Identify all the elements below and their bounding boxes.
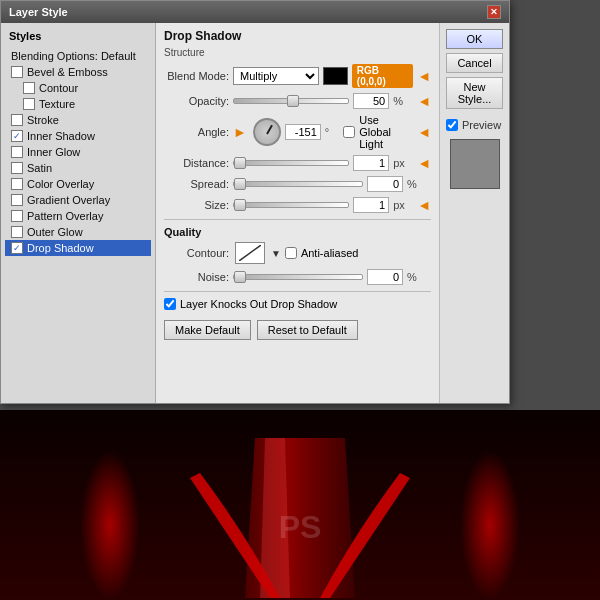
contour-row: Contour: ▼ Anti-aliased [164,242,431,264]
outer-glow-checkbox[interactable] [11,226,23,238]
global-light-checkbox[interactable] [343,126,355,138]
knockout-label: Layer Knocks Out Drop Shadow [180,298,337,310]
contour-checkbox[interactable] [23,82,35,94]
sidebar-item-gradient-overlay[interactable]: Gradient Overlay [5,192,151,208]
satin-checkbox[interactable] [11,162,23,174]
inner-shadow-checkbox[interactable] [11,130,23,142]
sidebar-item-pattern-overlay[interactable]: Pattern Overlay [5,208,151,224]
sidebar-item-label: Outer Glow [27,226,83,238]
sidebar-item-color-overlay[interactable]: Color Overlay [5,176,151,192]
size-slider[interactable] [233,202,349,208]
noise-unit: % [407,271,427,283]
angle-dial[interactable] [253,118,281,146]
color-swatch[interactable] [323,67,348,85]
opacity-row: Opacity: % ◄ [164,93,431,109]
noise-input[interactable] [367,269,403,285]
spread-input[interactable] [367,176,403,192]
global-light-row: Use Global Light [343,114,413,150]
drop-shadow-checkbox[interactable] [11,242,23,254]
opacity-slider[interactable] [233,98,349,104]
make-default-button[interactable]: Make Default [164,320,251,340]
opacity-thumb[interactable] [287,95,299,107]
preview-label-text: Preview [462,119,501,131]
rgb-badge[interactable]: RGB (0,0,0) [352,64,413,88]
blend-mode-select[interactable]: Multiply [233,67,319,85]
sidebar-item-satin[interactable]: Satin [5,160,151,176]
opacity-input[interactable] [353,93,389,109]
arrow-right-size: ◄ [417,197,431,213]
knockout-checkbox[interactable] [164,298,176,310]
background-image-area: PS [0,410,600,600]
contour-dropdown-arrow[interactable]: ▼ [271,248,281,259]
sidebar-item-contour[interactable]: Contour [5,80,151,96]
inner-glow-checkbox[interactable] [11,146,23,158]
sidebar-item-label: Stroke [27,114,59,126]
new-style-button[interactable]: New Style... [446,77,503,109]
anti-aliased-label: Anti-aliased [301,247,358,259]
main-content-panel: Drop Shadow Structure Blend Mode: Multip… [156,23,439,403]
sidebar-item-blending[interactable]: Blending Options: Default [5,48,151,64]
anti-aliased-checkbox[interactable] [285,247,297,259]
spread-unit: % [407,178,427,190]
sidebar-item-label: Bevel & Emboss [27,66,108,78]
sidebar-item-label: Gradient Overlay [27,194,110,206]
gradient-overlay-checkbox[interactable] [11,194,23,206]
close-button[interactable]: ✕ [487,5,501,19]
glow-right [460,450,520,600]
size-unit: px [393,199,413,211]
sidebar-item-texture[interactable]: Texture [5,96,151,112]
angle-input[interactable] [285,124,321,140]
spread-thumb[interactable] [234,178,246,190]
quality-title: Quality [164,226,431,238]
distance-thumb[interactable] [234,157,246,169]
pattern-overlay-checkbox[interactable] [11,210,23,222]
size-thumb[interactable] [234,199,246,211]
section-title: Drop Shadow [164,29,431,43]
arrow-right-angle-left: ► [233,124,247,140]
sidebar-item-bevel[interactable]: Bevel & Emboss [5,64,151,80]
contour-preview[interactable] [235,242,265,264]
sidebar-item-label: Texture [39,98,75,110]
bevel-checkbox[interactable] [11,66,23,78]
texture-checkbox[interactable] [23,98,35,110]
distance-unit: px [393,157,413,169]
reset-default-button[interactable]: Reset to Default [257,320,358,340]
preview-label-row: Preview [446,119,503,131]
spread-label: Spread: [164,178,229,190]
left-panel: Styles Blending Options: Default Bevel &… [1,23,156,403]
arrow-right-blend: ◄ [417,68,431,84]
sidebar-item-inner-shadow[interactable]: Inner Shadow [5,128,151,144]
sidebar-item-drop-shadow[interactable]: Drop Shadow [5,240,151,256]
glow-left [80,450,140,600]
noise-thumb[interactable] [234,271,246,283]
dialog-title: Layer Style [9,6,68,18]
distance-row: Distance: px ◄ [164,155,431,171]
spread-slider[interactable] [233,181,363,187]
divider [164,219,431,220]
dialog-body: Styles Blending Options: Default Bevel &… [1,23,509,403]
ok-button[interactable]: OK [446,29,503,49]
size-input[interactable] [353,197,389,213]
arrow-right-opacity: ◄ [417,93,431,109]
anti-aliased-row: Anti-aliased [285,247,358,259]
opacity-label: Opacity: [164,95,229,107]
sidebar-item-outer-glow[interactable]: Outer Glow [5,224,151,240]
sidebar-item-stroke[interactable]: Stroke [5,112,151,128]
knockout-row: Layer Knocks Out Drop Shadow [164,298,431,310]
sub-section-title: Structure [164,47,431,58]
distance-input[interactable] [353,155,389,171]
color-overlay-checkbox[interactable] [11,178,23,190]
contour-label: Contour: [164,247,229,259]
cancel-button[interactable]: Cancel [446,53,503,73]
title-bar: Layer Style ✕ [1,1,509,23]
angle-label: Angle: [164,126,229,138]
divider2 [164,291,431,292]
stroke-checkbox[interactable] [11,114,23,126]
preview-checkbox[interactable] [446,119,458,131]
noise-row: Noise: % [164,269,431,285]
blend-mode-label: Blend Mode: [164,70,229,82]
noise-slider[interactable] [233,274,363,280]
wing-right [310,458,410,600]
distance-slider[interactable] [233,160,349,166]
sidebar-item-inner-glow[interactable]: Inner Glow [5,144,151,160]
